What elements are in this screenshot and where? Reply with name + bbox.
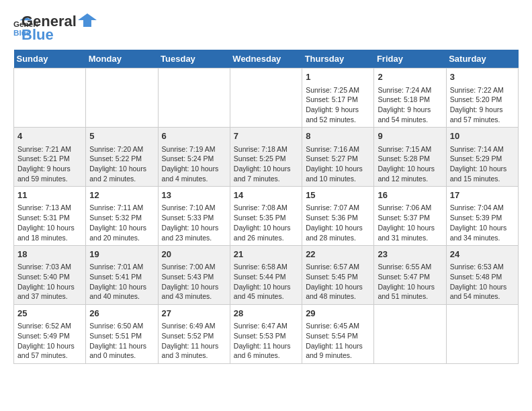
calendar-cell: 3Sunrise: 7:22 AM Sunset: 5:20 PM Daylig… bbox=[446, 68, 518, 128]
day-info: Sunrise: 7:01 AM Sunset: 5:41 PM Dayligh… bbox=[89, 262, 154, 302]
week-row-4: 18Sunrise: 7:03 AM Sunset: 5:40 PM Dayli… bbox=[14, 246, 519, 305]
calendar-cell: 23Sunrise: 6:55 AM Sunset: 5:47 PM Dayli… bbox=[374, 246, 446, 305]
calendar-cell: 16Sunrise: 7:06 AM Sunset: 5:37 PM Dayli… bbox=[374, 187, 446, 246]
day-number: 1 bbox=[306, 71, 370, 83]
day-info: Sunrise: 6:47 AM Sunset: 5:53 PM Dayligh… bbox=[234, 321, 298, 361]
calendar-cell: 13Sunrise: 7:10 AM Sunset: 5:33 PM Dayli… bbox=[158, 187, 230, 246]
day-number: 15 bbox=[306, 189, 370, 201]
week-row-3: 11Sunrise: 7:13 AM Sunset: 5:31 PM Dayli… bbox=[14, 187, 519, 246]
logo-bird-icon bbox=[78, 13, 97, 27]
day-number: 27 bbox=[162, 308, 226, 320]
calendar-cell bbox=[446, 305, 518, 364]
calendar-cell: 7Sunrise: 7:18 AM Sunset: 5:25 PM Daylig… bbox=[230, 128, 302, 187]
day-info: Sunrise: 7:07 AM Sunset: 5:36 PM Dayligh… bbox=[306, 203, 370, 242]
calendar-cell: 10Sunrise: 7:14 AM Sunset: 5:29 PM Dayli… bbox=[446, 128, 518, 187]
header-wednesday: Wednesday bbox=[230, 50, 302, 68]
day-number: 16 bbox=[378, 189, 442, 201]
calendar-cell: 1Sunrise: 7:25 AM Sunset: 5:17 PM Daylig… bbox=[302, 68, 374, 128]
calendar-cell: 27Sunrise: 6:49 AM Sunset: 5:52 PM Dayli… bbox=[158, 305, 230, 364]
day-info: Sunrise: 7:25 AM Sunset: 5:17 PM Dayligh… bbox=[306, 85, 370, 125]
page-header: General Blue General Blue bbox=[13, 13, 519, 43]
header-sunday: Sunday bbox=[14, 50, 86, 68]
day-info: Sunrise: 7:18 AM Sunset: 5:25 PM Dayligh… bbox=[234, 144, 298, 184]
day-number: 4 bbox=[17, 130, 82, 142]
calendar-cell: 17Sunrise: 7:04 AM Sunset: 5:39 PM Dayli… bbox=[446, 187, 518, 246]
calendar-cell: 6Sunrise: 7:19 AM Sunset: 5:24 PM Daylig… bbox=[158, 128, 230, 187]
day-info: Sunrise: 7:15 AM Sunset: 5:28 PM Dayligh… bbox=[378, 144, 442, 184]
day-info: Sunrise: 6:50 AM Sunset: 5:51 PM Dayligh… bbox=[89, 321, 154, 361]
day-info: Sunrise: 7:16 AM Sunset: 5:27 PM Dayligh… bbox=[306, 144, 370, 184]
calendar-cell: 5Sunrise: 7:20 AM Sunset: 5:22 PM Daylig… bbox=[86, 128, 158, 187]
day-info: Sunrise: 6:55 AM Sunset: 5:47 PM Dayligh… bbox=[378, 262, 442, 302]
day-number: 21 bbox=[234, 248, 298, 261]
day-number: 26 bbox=[89, 308, 154, 320]
day-number: 23 bbox=[378, 248, 442, 261]
calendar-cell bbox=[86, 68, 158, 128]
day-info: Sunrise: 7:04 AM Sunset: 5:39 PM Dayligh… bbox=[450, 203, 515, 242]
calendar-cell: 11Sunrise: 7:13 AM Sunset: 5:31 PM Dayli… bbox=[14, 187, 86, 246]
logo-blue: Blue bbox=[21, 27, 97, 43]
svg-marker-3 bbox=[78, 13, 97, 27]
calendar-header-row: SundayMondayTuesdayWednesdayThursdayFrid… bbox=[14, 50, 519, 68]
day-info: Sunrise: 6:49 AM Sunset: 5:52 PM Dayligh… bbox=[162, 321, 226, 361]
logo: General Blue General Blue bbox=[13, 13, 97, 43]
day-number: 20 bbox=[162, 248, 226, 261]
week-row-2: 4Sunrise: 7:21 AM Sunset: 5:21 PM Daylig… bbox=[14, 128, 519, 187]
day-number: 22 bbox=[306, 248, 370, 261]
header-saturday: Saturday bbox=[446, 50, 518, 68]
day-info: Sunrise: 6:57 AM Sunset: 5:45 PM Dayligh… bbox=[306, 262, 370, 302]
day-info: Sunrise: 7:11 AM Sunset: 5:32 PM Dayligh… bbox=[89, 203, 154, 242]
calendar-cell: 19Sunrise: 7:01 AM Sunset: 5:41 PM Dayli… bbox=[86, 246, 158, 305]
day-info: Sunrise: 6:52 AM Sunset: 5:49 PM Dayligh… bbox=[17, 321, 82, 361]
day-number: 13 bbox=[162, 189, 226, 201]
day-number: 25 bbox=[17, 308, 82, 320]
day-info: Sunrise: 7:19 AM Sunset: 5:24 PM Dayligh… bbox=[162, 144, 226, 184]
day-info: Sunrise: 7:00 AM Sunset: 5:43 PM Dayligh… bbox=[162, 262, 226, 302]
day-number: 8 bbox=[306, 130, 370, 142]
day-number: 12 bbox=[89, 189, 154, 201]
day-info: Sunrise: 6:53 AM Sunset: 5:48 PM Dayligh… bbox=[450, 262, 515, 302]
calendar-cell: 28Sunrise: 6:47 AM Sunset: 5:53 PM Dayli… bbox=[230, 305, 302, 364]
day-number: 14 bbox=[234, 189, 298, 201]
day-info: Sunrise: 6:45 AM Sunset: 5:54 PM Dayligh… bbox=[306, 321, 370, 361]
calendar-cell: 9Sunrise: 7:15 AM Sunset: 5:28 PM Daylig… bbox=[374, 128, 446, 187]
calendar-cell: 2Sunrise: 7:24 AM Sunset: 5:18 PM Daylig… bbox=[374, 68, 446, 128]
calendar-cell: 22Sunrise: 6:57 AM Sunset: 5:45 PM Dayli… bbox=[302, 246, 374, 305]
header-monday: Monday bbox=[86, 50, 158, 68]
day-number: 6 bbox=[162, 130, 226, 142]
header-thursday: Thursday bbox=[302, 50, 374, 68]
day-number: 24 bbox=[450, 248, 515, 261]
calendar-table: SundayMondayTuesdayWednesdayThursdayFrid… bbox=[13, 50, 519, 364]
calendar-cell bbox=[14, 68, 86, 128]
day-info: Sunrise: 7:20 AM Sunset: 5:22 PM Dayligh… bbox=[89, 144, 154, 184]
calendar-cell: 12Sunrise: 7:11 AM Sunset: 5:32 PM Dayli… bbox=[86, 187, 158, 246]
calendar-cell: 21Sunrise: 6:58 AM Sunset: 5:44 PM Dayli… bbox=[230, 246, 302, 305]
calendar-cell: 14Sunrise: 7:08 AM Sunset: 5:35 PM Dayli… bbox=[230, 187, 302, 246]
calendar-cell: 18Sunrise: 7:03 AM Sunset: 5:40 PM Dayli… bbox=[14, 246, 86, 305]
day-info: Sunrise: 7:06 AM Sunset: 5:37 PM Dayligh… bbox=[378, 203, 442, 242]
calendar-cell bbox=[374, 305, 446, 364]
calendar-cell: 15Sunrise: 7:07 AM Sunset: 5:36 PM Dayli… bbox=[302, 187, 374, 246]
week-row-1: 1Sunrise: 7:25 AM Sunset: 5:17 PM Daylig… bbox=[14, 68, 519, 128]
day-info: Sunrise: 7:10 AM Sunset: 5:33 PM Dayligh… bbox=[162, 203, 226, 242]
day-info: Sunrise: 7:21 AM Sunset: 5:21 PM Dayligh… bbox=[17, 144, 82, 184]
calendar-cell: 4Sunrise: 7:21 AM Sunset: 5:21 PM Daylig… bbox=[14, 128, 86, 187]
day-number: 7 bbox=[234, 130, 298, 142]
day-number: 2 bbox=[378, 71, 442, 83]
day-number: 10 bbox=[450, 130, 515, 142]
calendar-cell: 20Sunrise: 7:00 AM Sunset: 5:43 PM Dayli… bbox=[158, 246, 230, 305]
header-tuesday: Tuesday bbox=[158, 50, 230, 68]
day-info: Sunrise: 7:24 AM Sunset: 5:18 PM Dayligh… bbox=[378, 85, 442, 125]
day-info: Sunrise: 6:58 AM Sunset: 5:44 PM Dayligh… bbox=[234, 262, 298, 302]
calendar-cell: 29Sunrise: 6:45 AM Sunset: 5:54 PM Dayli… bbox=[302, 305, 374, 364]
day-number: 9 bbox=[378, 130, 442, 142]
day-number: 3 bbox=[450, 71, 515, 83]
calendar-cell: 24Sunrise: 6:53 AM Sunset: 5:48 PM Dayli… bbox=[446, 246, 518, 305]
calendar-cell: 8Sunrise: 7:16 AM Sunset: 5:27 PM Daylig… bbox=[302, 128, 374, 187]
calendar-cell: 26Sunrise: 6:50 AM Sunset: 5:51 PM Dayli… bbox=[86, 305, 158, 364]
day-number: 17 bbox=[450, 189, 515, 201]
day-number: 11 bbox=[17, 189, 82, 201]
calendar-cell bbox=[230, 68, 302, 128]
day-number: 18 bbox=[17, 248, 82, 261]
day-number: 19 bbox=[89, 248, 154, 261]
